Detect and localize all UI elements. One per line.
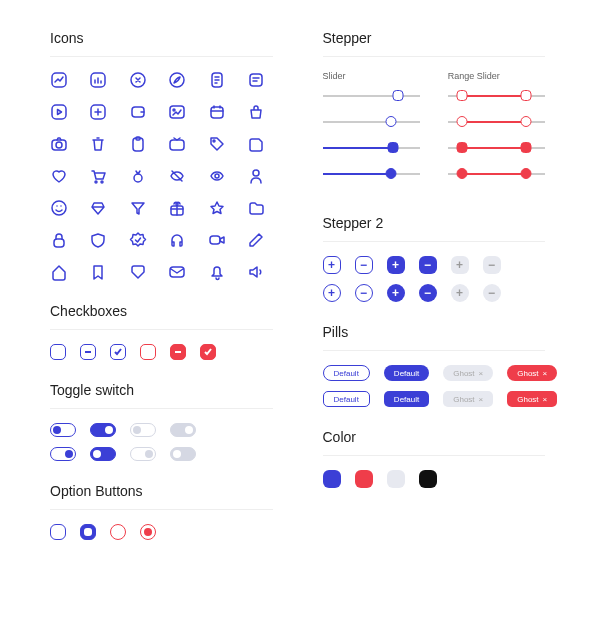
gift-icon[interactable]: [168, 199, 186, 217]
checkboxes-title: Checkboxes: [50, 303, 273, 330]
checkbox-red-unchecked[interactable]: [140, 344, 156, 360]
stepper-plus-fill[interactable]: +: [387, 256, 405, 274]
stepper-minus-fill-circle[interactable]: −: [419, 284, 437, 302]
stepper-minus-outline[interactable]: −: [355, 256, 373, 274]
headphones-icon[interactable]: [168, 231, 186, 249]
color-red[interactable]: [355, 470, 373, 488]
lock-icon[interactable]: [50, 231, 68, 249]
toggle-grey-on[interactable]: [170, 423, 196, 437]
user-icon[interactable]: [247, 167, 265, 185]
folder-icon[interactable]: [247, 199, 265, 217]
bookmark-icon[interactable]: [89, 263, 107, 281]
image-icon[interactable]: [168, 103, 186, 121]
stepper-plus-outline[interactable]: +: [323, 256, 341, 274]
wallet-icon[interactable]: [129, 103, 147, 121]
stepper-plus-outline-circle[interactable]: +: [323, 284, 341, 302]
toggle-grey-fill-off[interactable]: [170, 447, 196, 461]
checkbox-red-checked[interactable]: [200, 344, 216, 360]
toggle-grey-outline-on[interactable]: [130, 447, 156, 461]
slider-blue-solid-circle[interactable]: [323, 167, 420, 181]
pill-grey-ghost-sq[interactable]: Ghost×: [443, 391, 493, 407]
slider-blue-outline[interactable]: [323, 89, 420, 103]
checkbox-checked[interactable]: [110, 344, 126, 360]
stepper-minus-fill[interactable]: −: [419, 256, 437, 274]
stepper-plus-grey-circle[interactable]: +: [451, 284, 469, 302]
range-red-outline-circle[interactable]: [448, 115, 545, 129]
diamond-icon[interactable]: [89, 199, 107, 217]
speaker-icon[interactable]: [247, 263, 265, 281]
svg-point-21: [215, 174, 219, 178]
bar-chart-icon[interactable]: [89, 71, 107, 89]
star-icon[interactable]: [208, 199, 226, 217]
pill-outline[interactable]: Default: [323, 365, 370, 381]
video-icon[interactable]: [208, 231, 226, 249]
clipboard-icon[interactable]: [129, 135, 147, 153]
mail-icon[interactable]: [168, 263, 186, 281]
pill-blue-sq[interactable]: Default: [384, 391, 429, 407]
stepper-plus-fill-circle[interactable]: +: [387, 284, 405, 302]
stepper-minus-outline-circle[interactable]: −: [355, 284, 373, 302]
document-icon[interactable]: [208, 71, 226, 89]
plus-square-icon[interactable]: [89, 103, 107, 121]
bell-icon[interactable]: [208, 263, 226, 281]
svg-point-13: [56, 142, 62, 148]
slider-blue-outline-circle[interactable]: [323, 115, 420, 129]
shield-icon[interactable]: [89, 231, 107, 249]
home-icon[interactable]: [50, 263, 68, 281]
play-icon[interactable]: [50, 103, 68, 121]
leaf-icon[interactable]: [168, 71, 186, 89]
toggle-grey-off[interactable]: [130, 423, 156, 437]
close-icon[interactable]: ×: [543, 395, 548, 404]
option-red-selected[interactable]: [140, 524, 156, 540]
slider-blue-solid[interactable]: [323, 141, 420, 155]
tag-icon[interactable]: [208, 135, 226, 153]
stepper-plus-grey[interactable]: +: [451, 256, 469, 274]
trash-icon[interactable]: [89, 135, 107, 153]
checkbox-red-indeterminate[interactable]: [170, 344, 186, 360]
toggle-fill-off[interactable]: [90, 447, 116, 461]
calendar-icon[interactable]: [208, 103, 226, 121]
tv-icon[interactable]: [168, 135, 186, 153]
eye-icon[interactable]: [208, 167, 226, 185]
pill-blue[interactable]: Default: [384, 365, 429, 381]
save-icon[interactable]: [129, 263, 147, 281]
pill-red-ghost-sq[interactable]: Ghost×: [507, 391, 557, 407]
option-blue-selected[interactable]: [80, 524, 96, 540]
range-red-solid-circle[interactable]: [448, 167, 545, 181]
checkbox-unchecked[interactable]: [50, 344, 66, 360]
stepper-minus-grey[interactable]: −: [483, 256, 501, 274]
close-icon[interactable]: ×: [479, 395, 484, 404]
color-grey[interactable]: [387, 470, 405, 488]
option-red-empty[interactable]: [110, 524, 126, 540]
pill-outline-sq[interactable]: Default: [323, 391, 370, 407]
camera-icon[interactable]: [50, 135, 68, 153]
range-red-solid[interactable]: [448, 141, 545, 155]
stepper-minus-grey-circle[interactable]: −: [483, 284, 501, 302]
eye-off-icon[interactable]: [168, 167, 186, 185]
toggle-fill-on[interactable]: [90, 423, 116, 437]
close-icon[interactable]: ×: [543, 369, 548, 378]
color-blue[interactable]: [323, 470, 341, 488]
note-icon[interactable]: [247, 71, 265, 89]
emoji-icon[interactable]: [50, 199, 68, 217]
pill-grey-ghost[interactable]: Ghost×: [443, 365, 493, 381]
heart-icon[interactable]: [50, 167, 68, 185]
option-blue-empty[interactable]: [50, 524, 66, 540]
range-red-outline[interactable]: [448, 89, 545, 103]
svg-point-19: [101, 181, 103, 183]
filter-icon[interactable]: [129, 199, 147, 217]
toggle-outline-on[interactable]: [50, 447, 76, 461]
ring-icon[interactable]: [129, 167, 147, 185]
check-badge-icon[interactable]: [129, 231, 147, 249]
bag-icon[interactable]: [247, 103, 265, 121]
pill-red-ghost[interactable]: Ghost×: [507, 365, 557, 381]
checkbox-indeterminate[interactable]: [80, 344, 96, 360]
compass-icon[interactable]: [129, 71, 147, 89]
edit-icon[interactable]: [247, 231, 265, 249]
close-icon[interactable]: ×: [479, 369, 484, 378]
cart-icon[interactable]: [89, 167, 107, 185]
toggle-outline-off[interactable]: [50, 423, 76, 437]
color-black[interactable]: [419, 470, 437, 488]
sticker-icon[interactable]: [247, 135, 265, 153]
chart-line-icon[interactable]: [50, 71, 68, 89]
